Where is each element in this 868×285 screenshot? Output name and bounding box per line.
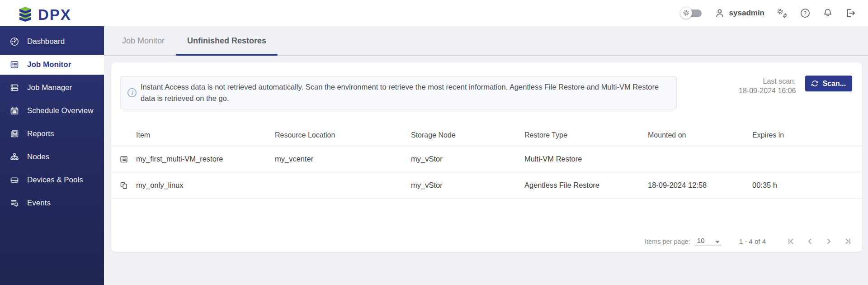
pagination-controls: [787, 237, 852, 246]
sidebar-item-events[interactable]: Events: [0, 193, 104, 213]
notifications-bell-icon[interactable]: [822, 8, 833, 19]
nodes-icon: [9, 152, 19, 162]
dpx-logo-text: DPX: [38, 7, 71, 22]
scan-button[interactable]: Scan...: [805, 76, 852, 91]
items-per-page-value: 10: [697, 237, 705, 244]
info-banner-text: Instant Access data is not retrieved aut…: [141, 81, 668, 104]
sidebar-item-label: Dashboard: [27, 37, 65, 46]
settings-gears-icon[interactable]: [776, 8, 788, 19]
sidebar-item-label: Events: [27, 199, 51, 208]
user-menu[interactable]: sysadmin: [714, 8, 764, 19]
tab-label: Unfinished Restores: [187, 36, 266, 46]
job-monitor-icon: [9, 60, 19, 70]
help-icon[interactable]: ?: [800, 8, 811, 19]
column-header-expires-in: Expires in: [752, 131, 862, 146]
cell-expires-in: 00:35 h: [752, 181, 862, 190]
last-scan-time: 18-09-2024 16:06: [739, 86, 796, 95]
cell-storage-node: my_vStor: [411, 155, 524, 163]
pagination-bar: Items per page: 10 1 - 4 of 4: [645, 237, 852, 246]
column-header-item: Item: [136, 131, 275, 146]
sidebar-item-label: Nodes: [27, 152, 49, 162]
dpx-logo[interactable]: DPX: [17, 4, 71, 25]
pagination-range: 1 - 4 of 4: [739, 238, 766, 245]
cell-resource-location: my_vcenter: [275, 155, 411, 163]
main-content: Job Monitor Unfinished Restores i Instan…: [104, 26, 868, 285]
sidebar-item-job-manager[interactable]: Job Manager: [0, 78, 104, 98]
unfinished-restores-card: i Instant Access data is not retrieved a…: [111, 62, 862, 252]
dashboard-icon: [9, 37, 19, 47]
column-header-resource-location: Resource Location: [275, 131, 411, 146]
svg-text:?: ?: [804, 10, 807, 17]
sidebar-item-devices-pools[interactable]: Devices & Pools: [0, 170, 104, 190]
column-header-mounted-on: Mounted on: [648, 131, 752, 146]
tab-bar: Job Monitor Unfinished Restores: [104, 26, 868, 56]
last-scan-info: Last scan: 18-09-2024 16:06: [739, 76, 796, 95]
sidebar-item-dashboard[interactable]: Dashboard: [0, 32, 104, 52]
cell-mounted-on: 18-09-2024 12:58: [648, 181, 752, 190]
topbar-actions: sysadmin ?: [680, 0, 856, 26]
table-row[interactable]: my_only_linux my_vStor Agentless File Re…: [111, 172, 862, 199]
cell-item: my_only_linux: [136, 181, 275, 190]
scan-button-label: Scan...: [822, 80, 846, 88]
sidebar-item-label: Devices & Pools: [27, 176, 83, 185]
table-row[interactable]: my_first_multi-VM_restore my_vcenter my_…: [111, 146, 862, 172]
dpx-logo-icon: [17, 4, 33, 25]
user-icon: [714, 8, 725, 19]
gear-icon: [680, 7, 692, 19]
tab-job-monitor[interactable]: Job Monitor: [111, 26, 176, 55]
reports-icon: [9, 129, 19, 139]
header-spacer: [111, 139, 136, 146]
cell-storage-node: my_vStor: [411, 181, 524, 190]
restores-table: Item Resource Location Storage Node Rest…: [111, 110, 862, 199]
svg-text:i: i: [131, 89, 133, 96]
sidebar-item-schedule-overview[interactable]: Schedule Overview: [0, 101, 104, 121]
info-icon: i: [127, 88, 137, 98]
devices-pools-icon: [9, 175, 19, 185]
schedule-overview-icon: [9, 106, 19, 116]
last-page-button[interactable]: [844, 237, 852, 246]
items-per-page-label: Items per page:: [645, 238, 690, 245]
items-per-page-select[interactable]: 10: [695, 237, 721, 246]
agentless-file-restore-icon: [111, 181, 136, 190]
tab-label: Job Monitor: [122, 36, 165, 46]
tab-unfinished-restores[interactable]: Unfinished Restores: [176, 26, 278, 55]
sidebar-item-job-monitor[interactable]: Job Monitor: [0, 55, 104, 75]
top-bar: DPX sysadmin: [0, 0, 868, 26]
cell-item: my_first_multi-VM_restore: [136, 155, 275, 163]
cell-restore-type: Agentless File Restore: [524, 181, 648, 190]
sidebar-item-label: Job Manager: [27, 83, 72, 92]
last-scan-label: Last scan:: [739, 76, 796, 86]
sidebar-item-nodes[interactable]: Nodes: [0, 147, 104, 167]
info-banner: i Instant Access data is not retrieved a…: [120, 76, 677, 109]
scan-area: Last scan: 18-09-2024 16:06 Scan...: [739, 76, 852, 95]
sidebar-item-label: Job Monitor: [27, 60, 71, 69]
sidebar-nav: Dashboard Job Monitor Job Manager: [0, 26, 104, 285]
chevron-down-icon: [715, 241, 720, 243]
multi-vm-restore-icon: [111, 155, 136, 164]
previous-page-button[interactable]: [806, 237, 814, 246]
sidebar-item-label: Schedule Overview: [27, 106, 93, 115]
cell-restore-type: Multi-VM Restore: [524, 155, 648, 163]
column-header-storage-node: Storage Node: [411, 131, 524, 146]
sidebar-item-label: Reports: [27, 129, 54, 138]
table-header-row: Item Resource Location Storage Node Rest…: [111, 110, 862, 146]
column-header-restore-type: Restore Type: [524, 131, 648, 146]
first-page-button[interactable]: [787, 237, 795, 246]
sidebar-item-reports[interactable]: Reports: [0, 124, 104, 144]
job-manager-icon: [9, 83, 19, 93]
events-icon: [9, 198, 19, 208]
refresh-icon: [811, 80, 818, 87]
user-name: sysadmin: [729, 9, 764, 18]
next-page-button[interactable]: [825, 237, 833, 246]
settings-toggle[interactable]: [680, 7, 703, 19]
logout-icon[interactable]: [845, 8, 856, 19]
